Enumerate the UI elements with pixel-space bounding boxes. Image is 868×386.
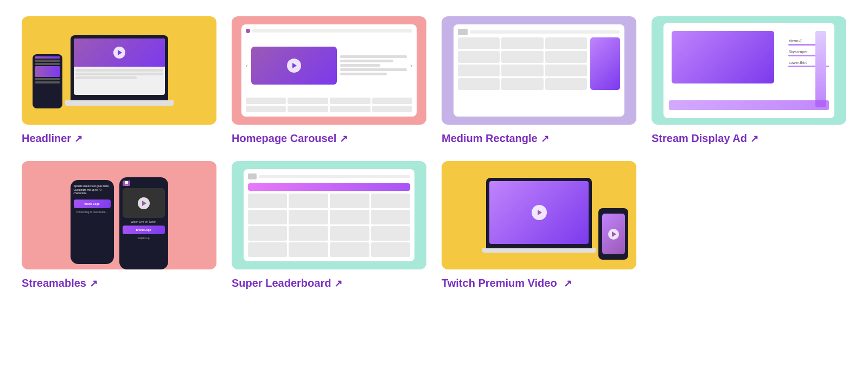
streamables-arrow: ↗ xyxy=(90,278,98,290)
stream-display-ad-text: Stream Display Ad xyxy=(652,132,747,145)
card-headliner-label[interactable]: Headliner ↗ xyxy=(22,132,216,145)
card-stream-display-ad: Mirror-C Skyscraper Lower-third xyxy=(652,16,846,145)
card-super-leaderboard-image[interactable] xyxy=(232,161,426,269)
card-super-leaderboard: Super Leaderboard ↗ xyxy=(232,161,426,290)
svg-rect-1 xyxy=(125,185,126,185)
medium-rectangle-arrow: ↗ xyxy=(541,133,549,145)
tpv-illustration xyxy=(442,161,636,269)
phone-right-illustration: Watch Live on Twitch Brand Logo swipes u… xyxy=(119,177,168,269)
tpv-phone-illustration xyxy=(598,208,628,260)
stream-display-ad-arrow: ↗ xyxy=(750,133,758,145)
card-headliner-image[interactable] xyxy=(22,16,216,125)
homepage-carousel-arrow: ↗ xyxy=(340,133,348,145)
card-medium-rectangle: Medium Rectangle ↗ xyxy=(442,16,636,145)
card-homepage-carousel-image[interactable]: ‹ › xyxy=(232,16,426,125)
streamdisplay-illustration: Mirror-C Skyscraper Lower-third xyxy=(663,23,835,118)
svg-rect-2 xyxy=(127,185,128,185)
twitch-premium-video-text: Twitch Premium Video xyxy=(442,277,557,290)
card-homepage-carousel: ‹ › xyxy=(232,16,426,145)
phone-left-illustration: Splash screen text goes here. Customize … xyxy=(71,180,114,264)
phone-illustration xyxy=(33,54,62,108)
laptop-illustration xyxy=(71,35,168,100)
card-streamables-label[interactable]: Streamables ↗ xyxy=(22,277,216,290)
card-streamables-image[interactable]: Splash screen text goes here. Customize … xyxy=(22,161,216,269)
card-twitch-premium-video-label[interactable]: Twitch Premium Video ↗ xyxy=(442,277,636,290)
streamables-illustration: Splash screen text goes here. Customize … xyxy=(22,161,216,269)
card-medium-rectangle-image[interactable] xyxy=(442,16,636,125)
twitch-premium-video-arrow: ↗ xyxy=(564,278,572,290)
super-leaderboard-arrow: ↗ xyxy=(334,278,342,290)
homepage-carousel-text: Homepage Carousel xyxy=(232,132,336,145)
medrect-illustration xyxy=(454,24,625,117)
streamables-text: Streamables xyxy=(22,277,86,290)
card-headliner: Headliner ↗ xyxy=(22,16,216,145)
card-twitch-premium-video-image[interactable] xyxy=(442,161,636,269)
ad-formats-grid: Headliner ↗ ‹ xyxy=(22,16,846,290)
headliner-text: Headliner xyxy=(22,132,71,145)
super-leaderboard-text: Super Leaderboard xyxy=(232,277,331,290)
headliner-arrow: ↗ xyxy=(74,133,82,145)
card-stream-display-ad-label[interactable]: Stream Display Ad ↗ xyxy=(652,132,846,145)
carousel-illustration: ‹ › xyxy=(241,24,417,117)
superleader-illustration xyxy=(244,169,415,261)
card-streamables: Splash screen text goes here. Customize … xyxy=(22,161,216,290)
card-twitch-premium-video: Twitch Premium Video ↗ xyxy=(442,161,636,290)
card-homepage-carousel-label[interactable]: Homepage Carousel ↗ xyxy=(232,132,426,145)
card-super-leaderboard-label[interactable]: Super Leaderboard ↗ xyxy=(232,277,426,290)
card-stream-display-ad-image[interactable]: Mirror-C Skyscraper Lower-third xyxy=(652,16,846,125)
medium-rectangle-text: Medium Rectangle xyxy=(442,132,538,145)
card-medium-rectangle-label[interactable]: Medium Rectangle ↗ xyxy=(442,132,636,145)
svg-rect-0 xyxy=(125,181,128,184)
